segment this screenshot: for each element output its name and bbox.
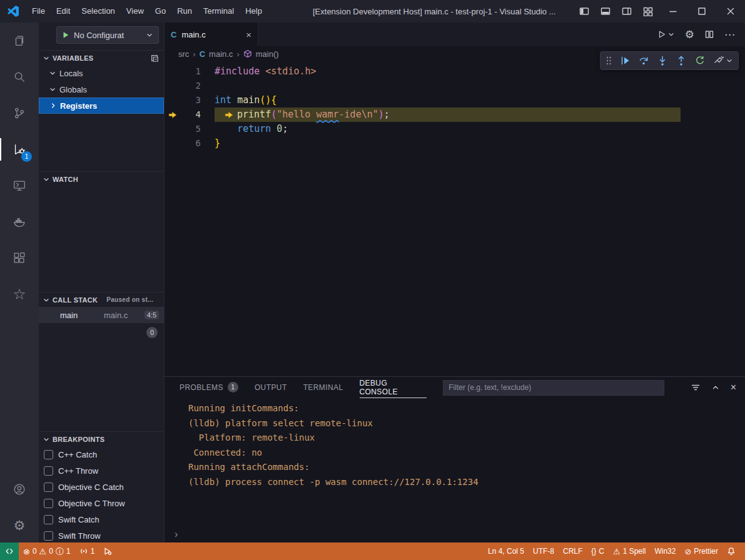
encoding-indicator[interactable]: UTF-8 — [529, 542, 559, 560]
breakpoint-checkbox[interactable] — [44, 450, 53, 459]
call-stack-header[interactable]: CALL STACK Paused on st... — [39, 292, 164, 307]
close-button[interactable] — [716, 0, 745, 22]
debug-toolbar[interactable] — [600, 51, 739, 70]
activity-explorer[interactable] — [0, 22, 39, 59]
variables-header[interactable]: VARIABLES — [39, 50, 164, 65]
activity-favorites[interactable]: ☆ — [0, 276, 39, 312]
console-line: Running initCommands: — [188, 401, 745, 416]
debug-config-bar[interactable]: No Configurat — [56, 26, 159, 44]
problems-status[interactable]: ⊗ 0 ⚠ 0 ⓘ 1 — [19, 542, 75, 560]
menu-go[interactable]: Go — [150, 0, 171, 22]
tab-main-c[interactable]: C main.c × — [165, 22, 258, 46]
menu-edit[interactable]: Edit — [51, 0, 76, 22]
current-line-arrow-icon[interactable] — [165, 111, 181, 119]
breakpoint-checkbox[interactable] — [44, 515, 53, 524]
breakpoint-item-cpp-catch[interactable]: C++ Catch — [39, 446, 164, 462]
remote-indicator[interactable] — [0, 542, 19, 560]
maximize-button[interactable] — [687, 0, 716, 22]
more-actions-icon[interactable]: ⋯ — [724, 29, 735, 40]
chevron-up-icon[interactable] — [711, 383, 720, 392]
split-editor-icon[interactable] — [704, 29, 714, 39]
activity-run-debug[interactable]: 1 — [0, 131, 39, 168]
eol-indicator[interactable]: CRLF — [559, 542, 587, 560]
activity-remote-explorer[interactable] — [0, 168, 39, 204]
variables-item-locals[interactable]: Locals — [39, 65, 164, 81]
breakpoints-header[interactable]: BREAKPOINTS — [39, 431, 164, 446]
continue-icon[interactable] — [619, 55, 631, 66]
chevron-right-icon: › — [193, 49, 195, 59]
ports-status[interactable]: 1 — [75, 542, 99, 560]
variables-item-globals[interactable]: Globals — [39, 81, 164, 98]
debug-status[interactable] — [99, 542, 116, 560]
code-line[interactable]: 5 return 0 ; — [165, 122, 745, 136]
spell-checker-status[interactable]: ⚠ 1 Spell — [609, 542, 650, 560]
breakpoint-item-objc-throw[interactable]: Objective C Throw — [39, 495, 164, 511]
activity-extensions[interactable] — [0, 240, 39, 276]
breakpoint-checkbox[interactable] — [44, 466, 53, 476]
tab-problems[interactable]: PROBLEMS 1 — [180, 377, 238, 398]
activity-accounts[interactable] — [0, 471, 39, 508]
toggle-sidebar-icon[interactable] — [574, 0, 595, 22]
menu-view[interactable]: View — [121, 0, 150, 22]
breadcrumb-file[interactable]: main.c — [209, 49, 233, 59]
console-input[interactable]: › — [165, 526, 745, 542]
watch-header[interactable]: WATCH — [39, 171, 164, 186]
restart-icon[interactable] — [694, 55, 706, 66]
tab-terminal[interactable]: TERMINAL — [303, 377, 343, 398]
close-panel-icon[interactable]: × — [731, 382, 736, 393]
toggle-secondary-sidebar-icon[interactable] — [616, 0, 637, 22]
platform-indicator[interactable]: Win32 — [650, 542, 680, 560]
tab-debug-console[interactable]: DEBUG CONSOLE — [360, 377, 427, 398]
code-lines: 1 #include <stdio.h> 2 3 int — [165, 61, 745, 151]
tab-output[interactable]: OUTPUT — [255, 377, 287, 398]
activity-search[interactable] — [0, 59, 39, 95]
circle-slash-icon: ⊘ — [684, 548, 691, 556]
breakpoint-item-objc-catch[interactable]: Objective C Catch — [39, 479, 164, 495]
debug-config-dropdown[interactable]: No Configurat — [74, 31, 141, 40]
breadcrumb-symbol[interactable]: main() — [256, 49, 279, 59]
debug-console-output[interactable]: Running initCommands: (lldb) platform se… — [165, 398, 745, 526]
language-indicator[interactable]: {} C — [587, 542, 609, 560]
toggle-panel-icon[interactable] — [595, 0, 616, 22]
gear-icon[interactable]: ⚙ — [685, 29, 694, 40]
formatter-status[interactable]: ⊘ Prettier — [680, 542, 722, 560]
breakpoint-item-cpp-throw[interactable]: C++ Throw — [39, 462, 164, 479]
filter-lines-icon[interactable] — [691, 382, 701, 392]
breadcrumb-src[interactable]: src — [178, 49, 189, 59]
notifications-bell[interactable] — [722, 542, 740, 560]
call-stack-frame[interactable]: main main.c 4:5 — [39, 307, 164, 323]
code-editor[interactable]: 1 #include <stdio.h> 2 3 int — [165, 61, 745, 376]
code-line[interactable]: 2 — [165, 79, 745, 93]
code-line[interactable]: 3 int main (){ — [165, 93, 745, 108]
customize-layout-icon[interactable] — [637, 0, 659, 22]
collapse-all-icon[interactable] — [150, 54, 159, 62]
menu-selection[interactable]: Selection — [76, 0, 120, 22]
step-over-icon[interactable] — [638, 55, 649, 66]
breakpoint-item-swift-catch[interactable]: Swift Catch — [39, 511, 164, 528]
start-debug-icon[interactable] — [62, 31, 69, 39]
code-line[interactable]: 6 } — [165, 136, 745, 151]
inline-breakpoint-icon[interactable] — [225, 111, 233, 119]
menu-file[interactable]: File — [26, 0, 51, 22]
step-out-icon[interactable] — [676, 55, 687, 66]
run-or-debug-button[interactable] — [657, 30, 675, 39]
step-into-icon[interactable] — [657, 55, 668, 66]
breakpoint-item-swift-throw[interactable]: Swift Throw — [39, 528, 164, 544]
drag-grip-icon[interactable] — [606, 55, 612, 66]
breakpoint-checkbox[interactable] — [44, 482, 53, 492]
activity-source-control[interactable] — [0, 95, 39, 131]
breakpoint-checkbox[interactable] — [44, 499, 53, 508]
disconnect-icon[interactable] — [713, 55, 733, 66]
breakpoint-checkbox[interactable] — [44, 531, 53, 541]
cursor-position[interactable]: Ln 4, Col 5 — [484, 542, 529, 560]
menu-terminal[interactable]: Terminal — [198, 0, 240, 22]
console-filter-input[interactable] — [443, 380, 664, 396]
code-line-current[interactable]: 4 printf ( "hello wamr -ide\n" ) ; — [165, 108, 745, 122]
close-tab-icon[interactable]: × — [246, 29, 251, 40]
minimize-button[interactable] — [659, 0, 687, 22]
menu-run[interactable]: Run — [171, 0, 198, 22]
activity-docker[interactable] — [0, 204, 39, 240]
activity-settings[interactable]: ⚙ — [0, 508, 39, 542]
menu-help[interactable]: Help — [240, 0, 268, 22]
variables-item-registers[interactable]: Registers — [39, 98, 164, 114]
